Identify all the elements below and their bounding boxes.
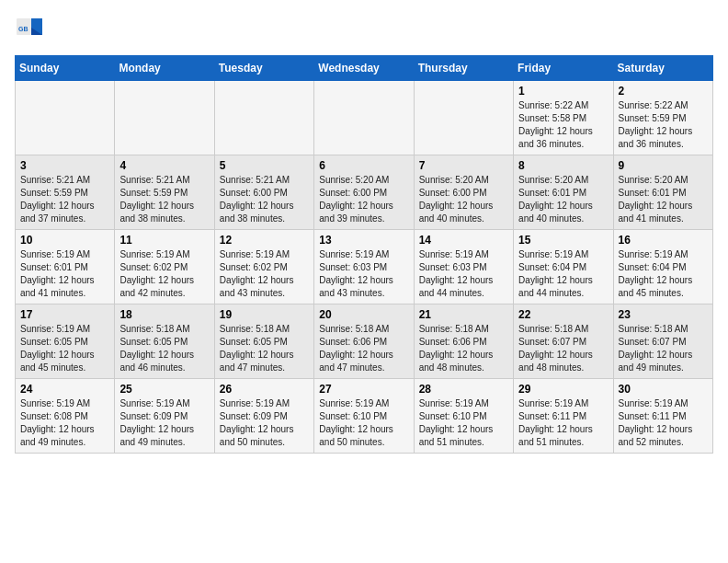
- calendar-cell: 21Sunrise: 5:18 AM Sunset: 6:06 PM Dayli…: [414, 304, 513, 379]
- day-number: 27: [319, 383, 408, 396]
- calendar-cell: 1Sunrise: 5:22 AM Sunset: 5:58 PM Daylig…: [514, 81, 613, 155]
- day-info: Sunrise: 5:18 AM Sunset: 6:07 PM Dayligh…: [619, 323, 708, 374]
- day-number: 17: [20, 308, 109, 321]
- calendar-cell: [16, 81, 115, 155]
- calendar: SundayMondayTuesdayWednesdayThursdayFrid…: [15, 55, 713, 454]
- calendar-cell: 8Sunrise: 5:20 AM Sunset: 6:01 PM Daylig…: [514, 155, 613, 230]
- day-number: 20: [319, 308, 408, 321]
- calendar-cell: 2Sunrise: 5:22 AM Sunset: 5:59 PM Daylig…: [613, 81, 712, 155]
- day-info: Sunrise: 5:18 AM Sunset: 6:06 PM Dayligh…: [319, 323, 408, 374]
- day-info: Sunrise: 5:21 AM Sunset: 5:59 PM Dayligh…: [119, 174, 209, 225]
- calendar-cell: [115, 81, 214, 155]
- svg-text:GB: GB: [18, 26, 28, 32]
- calendar-cell: 27Sunrise: 5:19 AM Sunset: 6:10 PM Dayli…: [314, 379, 414, 454]
- calendar-cell: 6Sunrise: 5:20 AM Sunset: 6:00 PM Daylig…: [314, 155, 414, 230]
- calendar-week: 10Sunrise: 5:19 AM Sunset: 6:01 PM Dayli…: [16, 230, 713, 304]
- day-info: Sunrise: 5:21 AM Sunset: 6:00 PM Dayligh…: [220, 174, 309, 225]
- calendar-cell: 7Sunrise: 5:20 AM Sunset: 6:00 PM Daylig…: [414, 155, 513, 230]
- day-number: 8: [518, 159, 608, 172]
- weekday-header: Tuesday: [214, 56, 313, 81]
- day-info: Sunrise: 5:19 AM Sunset: 6:09 PM Dayligh…: [119, 397, 209, 449]
- day-info: Sunrise: 5:22 AM Sunset: 5:58 PM Dayligh…: [518, 99, 608, 151]
- calendar-cell: 15Sunrise: 5:19 AM Sunset: 6:04 PM Dayli…: [514, 230, 613, 304]
- day-number: 22: [518, 308, 608, 321]
- calendar-cell: 28Sunrise: 5:19 AM Sunset: 6:10 PM Dayli…: [414, 379, 513, 454]
- day-info: Sunrise: 5:19 AM Sunset: 6:03 PM Dayligh…: [419, 248, 508, 300]
- day-number: 16: [619, 234, 708, 247]
- day-info: Sunrise: 5:19 AM Sunset: 6:08 PM Dayligh…: [20, 397, 109, 449]
- day-number: 4: [119, 159, 209, 172]
- day-info: Sunrise: 5:19 AM Sunset: 6:02 PM Dayligh…: [119, 248, 209, 300]
- day-info: Sunrise: 5:19 AM Sunset: 6:11 PM Dayligh…: [619, 397, 708, 449]
- day-number: 3: [20, 159, 109, 172]
- day-number: 1: [518, 85, 608, 98]
- weekday-header: Thursday: [414, 56, 513, 81]
- day-info: Sunrise: 5:18 AM Sunset: 6:07 PM Dayligh…: [518, 323, 608, 374]
- day-info: Sunrise: 5:19 AM Sunset: 6:09 PM Dayligh…: [220, 397, 309, 449]
- calendar-cell: 20Sunrise: 5:18 AM Sunset: 6:06 PM Dayli…: [314, 304, 414, 379]
- day-info: Sunrise: 5:19 AM Sunset: 6:10 PM Dayligh…: [319, 397, 408, 449]
- calendar-header: SundayMondayTuesdayWednesdayThursdayFrid…: [16, 56, 713, 81]
- weekday-header: Sunday: [16, 56, 115, 81]
- day-info: Sunrise: 5:18 AM Sunset: 6:05 PM Dayligh…: [119, 323, 209, 374]
- day-info: Sunrise: 5:21 AM Sunset: 5:59 PM Dayligh…: [20, 174, 109, 225]
- calendar-cell: 10Sunrise: 5:19 AM Sunset: 6:01 PM Dayli…: [16, 230, 115, 304]
- weekday-header: Friday: [514, 56, 613, 81]
- day-number: 18: [119, 308, 209, 321]
- day-number: 11: [119, 234, 209, 247]
- calendar-cell: [414, 81, 513, 155]
- calendar-cell: 13Sunrise: 5:19 AM Sunset: 6:03 PM Dayli…: [314, 230, 414, 304]
- calendar-cell: 29Sunrise: 5:19 AM Sunset: 6:11 PM Dayli…: [514, 379, 613, 454]
- calendar-cell: 14Sunrise: 5:19 AM Sunset: 6:03 PM Dayli…: [414, 230, 513, 304]
- day-number: 28: [419, 383, 508, 396]
- calendar-cell: 24Sunrise: 5:19 AM Sunset: 6:08 PM Dayli…: [16, 379, 115, 454]
- day-info: Sunrise: 5:19 AM Sunset: 6:10 PM Dayligh…: [419, 397, 508, 449]
- day-info: Sunrise: 5:18 AM Sunset: 6:05 PM Dayligh…: [220, 323, 309, 374]
- day-number: 24: [20, 383, 109, 396]
- day-number: 19: [220, 308, 309, 321]
- calendar-week: 3Sunrise: 5:21 AM Sunset: 5:59 PM Daylig…: [16, 155, 713, 230]
- day-number: 7: [419, 159, 508, 172]
- day-number: 12: [220, 234, 309, 247]
- day-number: 25: [119, 383, 209, 396]
- calendar-cell: 18Sunrise: 5:18 AM Sunset: 6:05 PM Dayli…: [115, 304, 214, 379]
- calendar-cell: 11Sunrise: 5:19 AM Sunset: 6:02 PM Dayli…: [115, 230, 214, 304]
- day-number: 5: [220, 159, 309, 172]
- logo: GB: [15, 15, 48, 44]
- calendar-week: 24Sunrise: 5:19 AM Sunset: 6:08 PM Dayli…: [16, 379, 713, 454]
- day-number: 6: [319, 159, 408, 172]
- weekday-header: Monday: [115, 56, 214, 81]
- day-info: Sunrise: 5:19 AM Sunset: 6:03 PM Dayligh…: [319, 248, 408, 300]
- weekday-header: Saturday: [613, 56, 712, 81]
- calendar-week: 1Sunrise: 5:22 AM Sunset: 5:58 PM Daylig…: [16, 81, 713, 155]
- day-info: Sunrise: 5:19 AM Sunset: 6:04 PM Dayligh…: [518, 248, 608, 300]
- day-info: Sunrise: 5:20 AM Sunset: 6:00 PM Dayligh…: [319, 174, 408, 225]
- calendar-cell: 16Sunrise: 5:19 AM Sunset: 6:04 PM Dayli…: [613, 230, 712, 304]
- day-number: 29: [518, 383, 608, 396]
- calendar-cell: 30Sunrise: 5:19 AM Sunset: 6:11 PM Dayli…: [613, 379, 712, 454]
- day-info: Sunrise: 5:20 AM Sunset: 6:01 PM Dayligh…: [518, 174, 608, 225]
- calendar-cell: 12Sunrise: 5:19 AM Sunset: 6:02 PM Dayli…: [214, 230, 313, 304]
- day-info: Sunrise: 5:18 AM Sunset: 6:06 PM Dayligh…: [419, 323, 508, 374]
- calendar-week: 17Sunrise: 5:19 AM Sunset: 6:05 PM Dayli…: [16, 304, 713, 379]
- day-number: 26: [220, 383, 309, 396]
- calendar-cell: 4Sunrise: 5:21 AM Sunset: 5:59 PM Daylig…: [115, 155, 214, 230]
- calendar-cell: 17Sunrise: 5:19 AM Sunset: 6:05 PM Dayli…: [16, 304, 115, 379]
- weekday-header: Wednesday: [314, 56, 414, 81]
- day-number: 10: [20, 234, 109, 247]
- calendar-cell: 9Sunrise: 5:20 AM Sunset: 6:01 PM Daylig…: [613, 155, 712, 230]
- calendar-cell: 5Sunrise: 5:21 AM Sunset: 6:00 PM Daylig…: [214, 155, 313, 230]
- page-header: GB: [15, 15, 713, 44]
- day-number: 9: [619, 159, 708, 172]
- day-number: 13: [319, 234, 408, 247]
- calendar-cell: 22Sunrise: 5:18 AM Sunset: 6:07 PM Dayli…: [514, 304, 613, 379]
- day-info: Sunrise: 5:19 AM Sunset: 6:11 PM Dayligh…: [518, 397, 608, 449]
- calendar-cell: 23Sunrise: 5:18 AM Sunset: 6:07 PM Dayli…: [613, 304, 712, 379]
- day-number: 14: [419, 234, 508, 247]
- day-info: Sunrise: 5:19 AM Sunset: 6:05 PM Dayligh…: [20, 323, 109, 374]
- day-info: Sunrise: 5:19 AM Sunset: 6:04 PM Dayligh…: [619, 248, 708, 300]
- day-number: 23: [619, 308, 708, 321]
- calendar-cell: [314, 81, 414, 155]
- calendar-cell: [214, 81, 313, 155]
- day-number: 2: [619, 85, 708, 98]
